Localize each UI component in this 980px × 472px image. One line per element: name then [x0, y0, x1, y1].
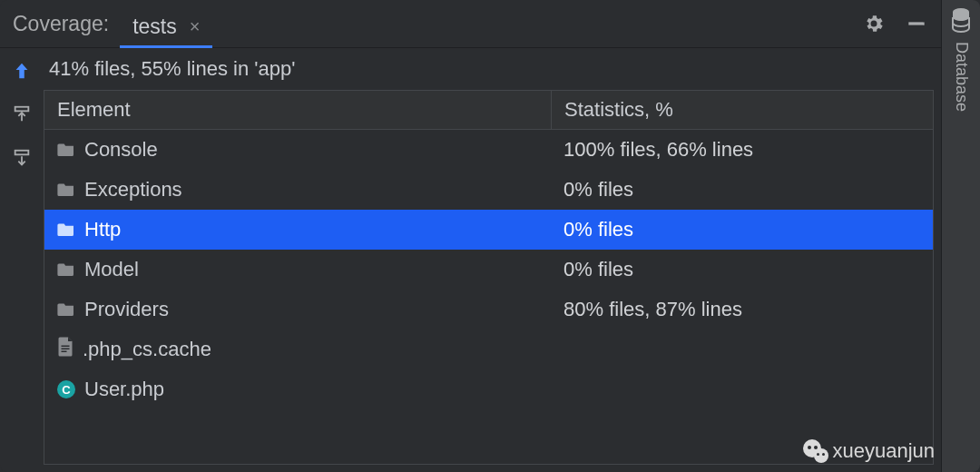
svg-rect-3 — [62, 346, 70, 348]
row-name: Http — [84, 218, 121, 241]
coverage-header: Coverage: tests × — [0, 0, 941, 48]
row-stats: 100% files, 66% lines — [551, 138, 933, 162]
folder-icon — [57, 218, 75, 241]
close-icon[interactable]: × — [190, 16, 201, 37]
tab-tests[interactable]: tests × — [120, 9, 212, 48]
class-icon: C — [57, 380, 75, 398]
folder-icon — [57, 258, 75, 281]
row-name: Providers — [84, 298, 169, 321]
row-stats: 0% files — [551, 218, 933, 241]
svg-rect-4 — [62, 349, 70, 350]
watermark-text: xueyuanjun — [832, 439, 935, 463]
flatten-up-icon[interactable] — [12, 61, 32, 81]
table-row[interactable]: Model0% files — [44, 250, 933, 290]
watermark: xueyuanjun — [803, 439, 935, 463]
svg-rect-1 — [15, 107, 29, 112]
row-name: Console — [84, 138, 158, 162]
table-row[interactable]: Http0% files — [44, 210, 933, 250]
database-tool-tab[interactable]: Database — [941, 0, 980, 472]
svg-rect-5 — [62, 351, 67, 353]
svg-rect-2 — [15, 151, 29, 155]
coverage-summary: 41% files, 55% lines in 'app' — [44, 48, 934, 90]
import-icon[interactable] — [12, 148, 32, 168]
panel-title: Coverage: — [13, 12, 109, 36]
database-tab-label: Database — [952, 42, 971, 112]
folder-icon — [57, 138, 75, 162]
tab-label: tests — [132, 15, 177, 39]
class-badge-icon: C — [57, 380, 75, 398]
table-row[interactable]: CUser.php — [44, 369, 933, 409]
folder-icon — [57, 298, 75, 321]
coverage-table: Element Statistics, % Console100% files,… — [44, 90, 934, 465]
table-row[interactable]: Console100% files, 66% lines — [44, 130, 933, 170]
row-name: .php_cs.cache — [83, 338, 211, 361]
left-toolbar — [0, 48, 44, 472]
table-row[interactable]: Providers80% files, 87% lines — [44, 290, 933, 329]
col-element[interactable]: Element — [44, 91, 552, 129]
wechat-icon — [803, 439, 827, 463]
row-name: Exceptions — [84, 178, 182, 202]
minimize-icon[interactable] — [905, 12, 928, 35]
col-statistics[interactable]: Statistics, % — [552, 91, 933, 129]
row-name: Model — [84, 258, 139, 281]
folder-icon — [57, 178, 75, 202]
table-header: Element Statistics, % — [44, 91, 933, 130]
gear-icon[interactable] — [863, 13, 885, 34]
table-row[interactable]: Exceptions0% files — [44, 170, 933, 210]
row-stats: 0% files — [551, 178, 933, 202]
file-icon — [57, 337, 74, 362]
row-stats: 0% files — [551, 258, 933, 281]
row-name: User.php — [84, 378, 164, 401]
table-row[interactable]: .php_cs.cache — [44, 329, 933, 369]
row-stats: 80% files, 87% lines — [551, 298, 933, 321]
export-icon[interactable] — [12, 104, 32, 124]
database-icon — [950, 7, 972, 36]
